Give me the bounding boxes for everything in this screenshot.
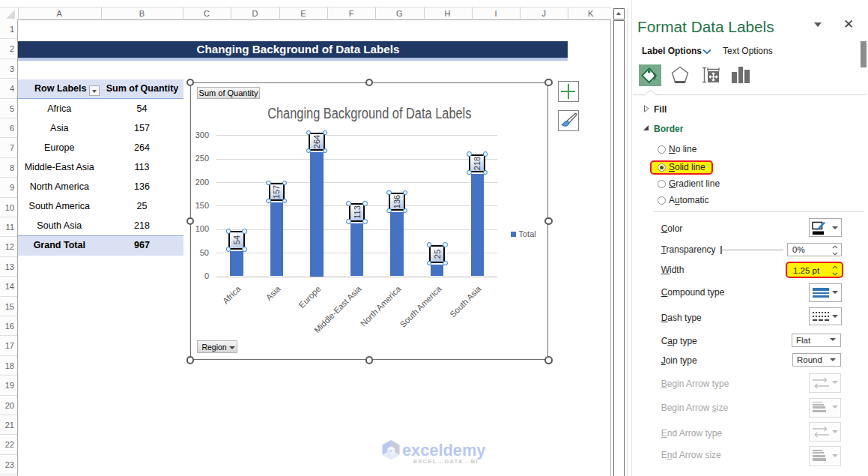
svg-text:exceldemy: exceldemy [402,441,486,460]
svg-text:EXCEL - DATA - BI: EXCEL - DATA - BI [413,458,478,465]
